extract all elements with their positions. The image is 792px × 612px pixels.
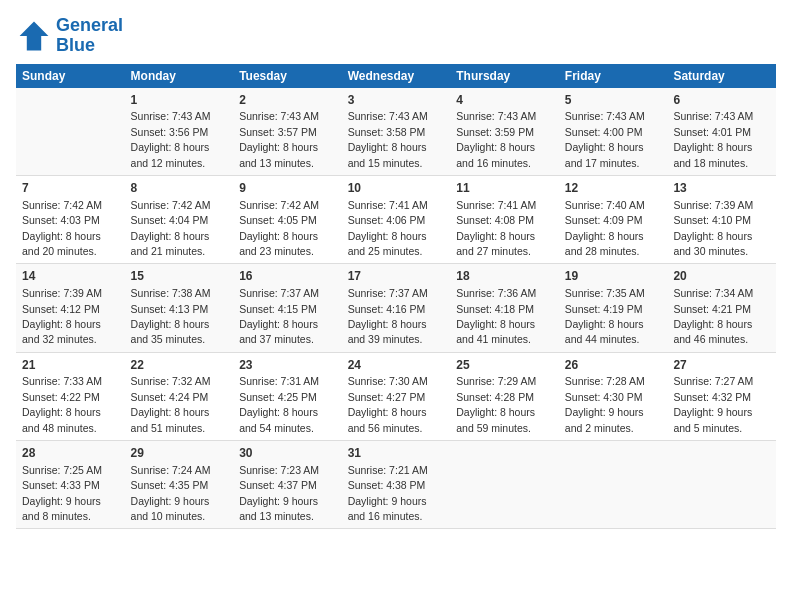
calendar-cell: 11Sunrise: 7:41 AMSunset: 4:08 PMDayligh…: [450, 175, 559, 263]
day-number: 29: [131, 445, 228, 462]
sunrise-text: Sunrise: 7:43 AM: [348, 110, 428, 122]
day-number: 2: [239, 92, 336, 109]
daylight-text: Daylight: 8 hours and 25 minutes.: [348, 230, 427, 257]
calendar-cell: 16Sunrise: 7:37 AMSunset: 4:15 PMDayligh…: [233, 264, 342, 352]
sunset-text: Sunset: 4:33 PM: [22, 479, 100, 491]
day-number: 25: [456, 357, 553, 374]
day-header-tuesday: Tuesday: [233, 64, 342, 88]
sunset-text: Sunset: 4:01 PM: [673, 126, 751, 138]
sunset-text: Sunset: 3:56 PM: [131, 126, 209, 138]
day-number: 19: [565, 268, 662, 285]
sunrise-text: Sunrise: 7:27 AM: [673, 375, 753, 387]
sunset-text: Sunset: 4:30 PM: [565, 391, 643, 403]
sunset-text: Sunset: 4:10 PM: [673, 214, 751, 226]
day-number: 14: [22, 268, 119, 285]
sunset-text: Sunset: 4:27 PM: [348, 391, 426, 403]
daylight-text: Daylight: 8 hours and 37 minutes.: [239, 318, 318, 345]
sunrise-text: Sunrise: 7:41 AM: [348, 199, 428, 211]
page: General Blue SundayMondayTuesdayWednesda…: [0, 0, 792, 612]
daylight-text: Daylight: 8 hours and 20 minutes.: [22, 230, 101, 257]
sunrise-text: Sunrise: 7:31 AM: [239, 375, 319, 387]
daylight-text: Daylight: 8 hours and 56 minutes.: [348, 406, 427, 433]
calendar-cell: 7Sunrise: 7:42 AMSunset: 4:03 PMDaylight…: [16, 175, 125, 263]
day-number: 27: [673, 357, 770, 374]
sunset-text: Sunset: 4:21 PM: [673, 303, 751, 315]
sunset-text: Sunset: 4:13 PM: [131, 303, 209, 315]
day-header-saturday: Saturday: [667, 64, 776, 88]
calendar-cell: 18Sunrise: 7:36 AMSunset: 4:18 PMDayligh…: [450, 264, 559, 352]
day-number: 1: [131, 92, 228, 109]
daylight-text: Daylight: 8 hours and 35 minutes.: [131, 318, 210, 345]
sunrise-text: Sunrise: 7:24 AM: [131, 464, 211, 476]
sunset-text: Sunset: 4:06 PM: [348, 214, 426, 226]
week-row-3: 14Sunrise: 7:39 AMSunset: 4:12 PMDayligh…: [16, 264, 776, 352]
calendar-table: SundayMondayTuesdayWednesdayThursdayFrid…: [16, 64, 776, 530]
day-number: 22: [131, 357, 228, 374]
calendar-cell: 13Sunrise: 7:39 AMSunset: 4:10 PMDayligh…: [667, 175, 776, 263]
logo-icon: [16, 18, 52, 54]
daylight-text: Daylight: 8 hours and 18 minutes.: [673, 141, 752, 168]
calendar-cell: 30Sunrise: 7:23 AMSunset: 4:37 PMDayligh…: [233, 441, 342, 529]
day-number: 13: [673, 180, 770, 197]
daylight-text: Daylight: 9 hours and 16 minutes.: [348, 495, 427, 522]
logo: General Blue: [16, 16, 123, 56]
sunrise-text: Sunrise: 7:32 AM: [131, 375, 211, 387]
sunset-text: Sunset: 4:25 PM: [239, 391, 317, 403]
calendar-cell: 21Sunrise: 7:33 AMSunset: 4:22 PMDayligh…: [16, 352, 125, 440]
sunrise-text: Sunrise: 7:42 AM: [22, 199, 102, 211]
sunset-text: Sunset: 4:15 PM: [239, 303, 317, 315]
daylight-text: Daylight: 8 hours and 30 minutes.: [673, 230, 752, 257]
day-number: 4: [456, 92, 553, 109]
daylight-text: Daylight: 8 hours and 48 minutes.: [22, 406, 101, 433]
sunrise-text: Sunrise: 7:30 AM: [348, 375, 428, 387]
day-number: 12: [565, 180, 662, 197]
daylight-text: Daylight: 8 hours and 59 minutes.: [456, 406, 535, 433]
week-row-4: 21Sunrise: 7:33 AMSunset: 4:22 PMDayligh…: [16, 352, 776, 440]
sunset-text: Sunset: 4:24 PM: [131, 391, 209, 403]
daylight-text: Daylight: 8 hours and 39 minutes.: [348, 318, 427, 345]
sunrise-text: Sunrise: 7:39 AM: [22, 287, 102, 299]
sunset-text: Sunset: 4:03 PM: [22, 214, 100, 226]
sunset-text: Sunset: 4:12 PM: [22, 303, 100, 315]
day-number: 9: [239, 180, 336, 197]
calendar-cell: 31Sunrise: 7:21 AMSunset: 4:38 PMDayligh…: [342, 441, 451, 529]
sunset-text: Sunset: 4:00 PM: [565, 126, 643, 138]
sunset-text: Sunset: 3:59 PM: [456, 126, 534, 138]
calendar-cell: 23Sunrise: 7:31 AMSunset: 4:25 PMDayligh…: [233, 352, 342, 440]
calendar-cell: 3Sunrise: 7:43 AMSunset: 3:58 PMDaylight…: [342, 88, 451, 176]
calendar-cell: 17Sunrise: 7:37 AMSunset: 4:16 PMDayligh…: [342, 264, 451, 352]
day-number: 31: [348, 445, 445, 462]
day-number: 23: [239, 357, 336, 374]
daylight-text: Daylight: 8 hours and 23 minutes.: [239, 230, 318, 257]
calendar-cell: 28Sunrise: 7:25 AMSunset: 4:33 PMDayligh…: [16, 441, 125, 529]
day-number: 7: [22, 180, 119, 197]
logo-text: General Blue: [56, 16, 123, 56]
sunset-text: Sunset: 4:09 PM: [565, 214, 643, 226]
sunrise-text: Sunrise: 7:23 AM: [239, 464, 319, 476]
calendar-cell: 10Sunrise: 7:41 AMSunset: 4:06 PMDayligh…: [342, 175, 451, 263]
calendar-cell: 25Sunrise: 7:29 AMSunset: 4:28 PMDayligh…: [450, 352, 559, 440]
day-number: 24: [348, 357, 445, 374]
day-number: 5: [565, 92, 662, 109]
calendar-cell: [450, 441, 559, 529]
daylight-text: Daylight: 8 hours and 13 minutes.: [239, 141, 318, 168]
sunrise-text: Sunrise: 7:42 AM: [239, 199, 319, 211]
day-header-friday: Friday: [559, 64, 668, 88]
sunset-text: Sunset: 4:16 PM: [348, 303, 426, 315]
day-number: 8: [131, 180, 228, 197]
calendar-cell: 15Sunrise: 7:38 AMSunset: 4:13 PMDayligh…: [125, 264, 234, 352]
calendar-cell: 22Sunrise: 7:32 AMSunset: 4:24 PMDayligh…: [125, 352, 234, 440]
week-row-5: 28Sunrise: 7:25 AMSunset: 4:33 PMDayligh…: [16, 441, 776, 529]
day-number: 18: [456, 268, 553, 285]
header-row: SundayMondayTuesdayWednesdayThursdayFrid…: [16, 64, 776, 88]
calendar-cell: [559, 441, 668, 529]
header: General Blue: [16, 16, 776, 56]
day-number: 30: [239, 445, 336, 462]
sunset-text: Sunset: 4:19 PM: [565, 303, 643, 315]
daylight-text: Daylight: 9 hours and 5 minutes.: [673, 406, 752, 433]
sunset-text: Sunset: 4:22 PM: [22, 391, 100, 403]
sunset-text: Sunset: 4:05 PM: [239, 214, 317, 226]
calendar-cell: [667, 441, 776, 529]
sunset-text: Sunset: 4:32 PM: [673, 391, 751, 403]
sunrise-text: Sunrise: 7:42 AM: [131, 199, 211, 211]
